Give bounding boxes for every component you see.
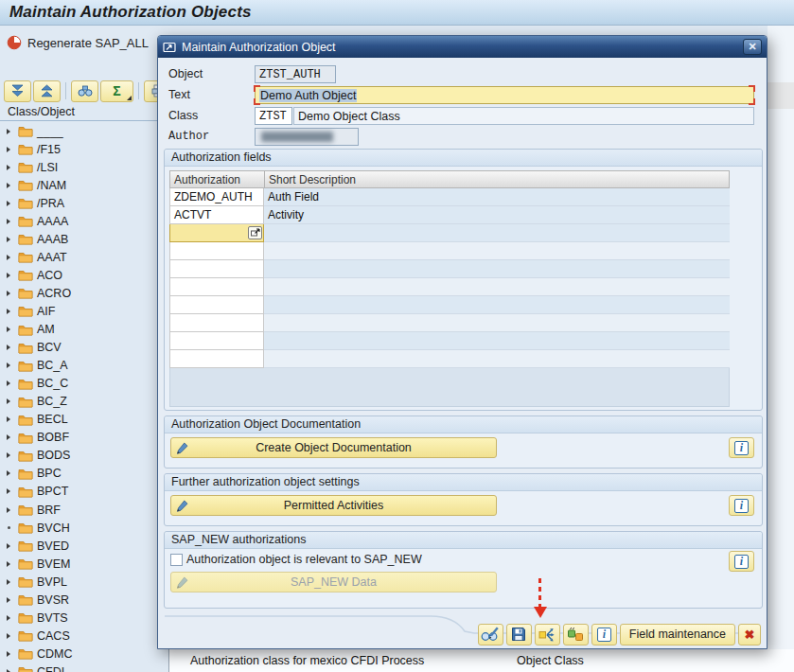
- tree-item-pra[interactable]: /PRA: [0, 194, 168, 212]
- tree-item-bca[interactable]: BC_A: [0, 357, 168, 375]
- expander-icon[interactable]: [7, 633, 16, 639]
- dialog-title-bar[interactable]: Maintain Authorization Object ✕: [158, 36, 767, 58]
- expander-icon[interactable]: [7, 398, 16, 404]
- further-settings-info-button[interactable]: i: [729, 495, 754, 516]
- short-description-cell[interactable]: Auth Field: [264, 188, 730, 206]
- field-maintenance-button[interactable]: Field maintenance: [620, 624, 735, 645]
- auth-field-row-empty[interactable]: [169, 260, 730, 278]
- create-object-documentation-button[interactable]: Create Object Documentation: [170, 437, 497, 458]
- auth-field-cell[interactable]: [169, 332, 264, 350]
- expander-icon[interactable]: [7, 165, 16, 170]
- display-change-button[interactable]: [478, 624, 503, 645]
- tree-item-becl[interactable]: BECL: [0, 411, 168, 429]
- tree-item-bcz[interactable]: BC_Z: [0, 393, 168, 411]
- expander-icon[interactable]: [7, 183, 16, 188]
- expander-icon[interactable]: [7, 615, 16, 621]
- tree-item-bcc[interactable]: BC_C: [0, 375, 168, 393]
- expander-icon[interactable]: [7, 561, 16, 567]
- tree-item-acro[interactable]: ACRO: [0, 284, 168, 302]
- tree-item-cfdi[interactable]: CFDI: [0, 663, 168, 672]
- expander-icon[interactable]: [7, 507, 16, 513]
- expander-icon[interactable]: [7, 309, 16, 314]
- expander-icon[interactable]: [7, 416, 16, 422]
- class-description-field[interactable]: Demo Object Class: [293, 107, 754, 125]
- auth-field-cell[interactable]: [169, 242, 264, 260]
- tree-item-aco[interactable]: ACO: [0, 266, 168, 284]
- auth-field-row-empty[interactable]: [169, 314, 730, 332]
- expander-icon[interactable]: [7, 201, 16, 206]
- expander-icon[interactable]: [7, 380, 16, 386]
- auth-field-row[interactable]: ZDEMO_AUTH Auth Field: [169, 188, 730, 206]
- tree-item-bpct[interactable]: BPCT: [0, 483, 168, 501]
- object-field[interactable]: ZTST_AUTH: [255, 65, 336, 83]
- permitted-activities-button[interactable]: Permitted Activities: [170, 495, 497, 516]
- expander-icon[interactable]: [7, 651, 16, 657]
- where-used-button[interactable]: [563, 624, 589, 645]
- short-description-cell[interactable]: Activity: [264, 206, 730, 224]
- auth-field-cell[interactable]: [169, 350, 264, 368]
- expander-icon[interactable]: [7, 579, 16, 585]
- auth-field-row-empty[interactable]: [169, 278, 730, 296]
- expander-icon[interactable]: [7, 273, 16, 278]
- auth-field-cell[interactable]: ACTVT: [169, 206, 264, 224]
- expander-icon[interactable]: [7, 291, 16, 296]
- expander-icon[interactable]: [7, 543, 16, 549]
- expander-icon[interactable]: [7, 129, 16, 134]
- find-button[interactable]: [71, 80, 98, 102]
- value-help-icon[interactable]: [248, 226, 262, 239]
- expander-icon[interactable]: [7, 526, 16, 529]
- tree-item-bvem[interactable]: BVEM: [0, 555, 168, 573]
- tree-item-cacs[interactable]: CACS: [0, 627, 168, 645]
- save-button[interactable]: [506, 624, 532, 645]
- auth-field-cell[interactable]: [169, 314, 264, 332]
- collapse-all-button[interactable]: [33, 80, 61, 102]
- tree-item-aaat[interactable]: AAAT: [0, 248, 168, 266]
- tree-item-nam[interactable]: /NAM: [0, 176, 168, 194]
- tree-item-am[interactable]: AM: [0, 321, 168, 339]
- expander-icon[interactable]: [7, 147, 16, 152]
- expander-icon[interactable]: [7, 363, 16, 368]
- tree-item-aif[interactable]: AIF: [0, 302, 168, 320]
- author-field[interactable]: [255, 128, 359, 146]
- expander-icon[interactable]: [7, 597, 16, 603]
- auth-field-row-empty[interactable]: [169, 332, 730, 350]
- auth-field-row-empty[interactable]: [169, 242, 730, 260]
- sap-new-checkbox[interactable]: [170, 554, 183, 566]
- tree-item-aaab[interactable]: AAAB: [0, 230, 168, 248]
- tree-item-cdmc[interactable]: CDMC: [0, 645, 168, 663]
- tree-item-blank[interactable]: ____: [0, 122, 168, 140]
- auth-field-cell[interactable]: [169, 260, 264, 278]
- expander-icon[interactable]: [7, 452, 16, 458]
- expander-icon[interactable]: [7, 345, 16, 350]
- transport-button[interactable]: [535, 624, 560, 645]
- tree-item-f15[interactable]: /F15: [0, 140, 168, 158]
- tree-item-bvch[interactable]: BVCH: [0, 519, 168, 537]
- tree-item-bvsr[interactable]: BVSR: [0, 591, 168, 609]
- auth-field-cell[interactable]: [169, 278, 264, 296]
- auth-field-input-active[interactable]: [169, 224, 264, 242]
- expand-all-button[interactable]: [4, 80, 31, 102]
- auth-field-row[interactable]: ACTVT Activity: [169, 206, 730, 224]
- regenerate-sap-all-button[interactable]: Regenerate SAP_ALL: [7, 31, 149, 54]
- expander-icon[interactable]: [7, 219, 16, 224]
- tree-item-bvpl[interactable]: BVPL: [0, 573, 168, 591]
- tree-item-lsi[interactable]: /LSI: [0, 158, 168, 176]
- auth-field-cell[interactable]: [169, 296, 264, 314]
- class-field[interactable]: ZTST: [255, 107, 292, 125]
- auth-field-cell[interactable]: ZDEMO_AUTH: [169, 188, 264, 206]
- sum-button[interactable]: Σ: [100, 80, 133, 102]
- auth-field-row-active[interactable]: [169, 224, 730, 242]
- expander-icon[interactable]: [7, 327, 16, 332]
- expander-icon[interactable]: [7, 237, 16, 242]
- dialog-close-button[interactable]: ✕: [743, 39, 762, 55]
- expander-icon[interactable]: [7, 470, 16, 476]
- tree-item-bvts[interactable]: BVTS: [0, 609, 168, 627]
- tree-item-brf[interactable]: BRF: [0, 501, 168, 519]
- text-field[interactable]: Demo Auth Object: [255, 86, 754, 104]
- expander-icon[interactable]: [7, 255, 16, 260]
- footer-info-button[interactable]: i: [591, 624, 617, 645]
- tree-item-aaaa[interactable]: AAAA: [0, 212, 168, 230]
- sap-new-info-button[interactable]: i: [729, 551, 754, 572]
- documentation-info-button[interactable]: i: [729, 437, 754, 458]
- tree-item-bcv[interactable]: BCV: [0, 339, 168, 357]
